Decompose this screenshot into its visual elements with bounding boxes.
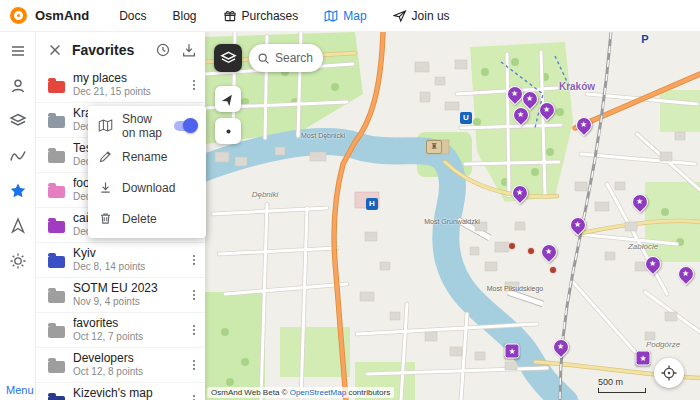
kebab-menu-icon[interactable]	[185, 76, 203, 94]
map-canvas[interactable]: Most DębnickiMost GrunwaldzkiMost Piłsud…	[205, 32, 700, 400]
favorite-group-row[interactable]: my places Dec 21, 15 points	[36, 68, 205, 103]
nav-purchases[interactable]: Purchases	[223, 9, 299, 23]
folder-icon	[48, 361, 65, 373]
map-marker[interactable]: ★	[505, 344, 520, 359]
kebab-menu-icon[interactable]	[185, 356, 203, 374]
marker-glyph: ★	[580, 121, 587, 129]
group-texts: Kizevich's map Oct 10, 20 points	[73, 387, 177, 400]
attribution-suffix: contributors	[346, 388, 390, 397]
marker-glyph: ★	[516, 189, 523, 197]
marker-glyph: ★	[639, 354, 646, 362]
scale-label: 500 m	[598, 377, 646, 387]
group-date: Nov 9, 4 points	[73, 296, 177, 308]
send-icon	[393, 9, 407, 23]
marker-glyph: ★	[682, 270, 689, 278]
group-texts: Developers Oct 12, 8 points	[73, 352, 177, 377]
map-layers-button[interactable]	[214, 44, 242, 72]
map-marker[interactable]: ★	[636, 351, 651, 366]
folder-icon	[48, 116, 65, 128]
ctx-rename[interactable]: Rename	[88, 141, 206, 172]
marker-glyph: ★	[508, 347, 515, 355]
marker-glyph: ★	[574, 221, 581, 229]
kebab-menu-icon[interactable]	[185, 286, 203, 304]
marker-glyph: ★	[545, 248, 552, 256]
marker-glyph: ★	[543, 106, 550, 114]
show-on-map-icon	[98, 118, 113, 133]
folder-icon	[48, 186, 65, 198]
favorite-group-row[interactable]: Kizevich's map Oct 10, 20 points	[36, 383, 205, 400]
ctx-show-on-map[interactable]: Show on map	[88, 110, 206, 141]
map-marker[interactable]: H	[366, 198, 378, 210]
history-icon[interactable]	[154, 42, 171, 59]
group-name: Developers	[73, 352, 177, 366]
ctx-download-label: Download	[122, 181, 175, 195]
map-marker[interactable]: ♜	[426, 140, 442, 154]
ctx-delete[interactable]: Delete	[88, 203, 206, 234]
group-texts: my places Dec 21, 15 points	[73, 72, 177, 97]
osmand-logo-icon	[10, 7, 27, 24]
locate-me-button[interactable]	[654, 358, 684, 388]
layers-icon[interactable]	[7, 110, 29, 132]
map-marker[interactable]: P	[641, 34, 648, 45]
map-position-button[interactable]	[215, 118, 241, 144]
map-marker[interactable]: U	[460, 112, 472, 124]
search-icon	[257, 52, 270, 65]
favorite-group-row[interactable]: Kyiv Dec 8, 14 points	[36, 243, 205, 278]
brand-name: OsmAnd	[35, 8, 89, 23]
group-date: Dec 8, 14 points	[73, 261, 177, 273]
nav-blog[interactable]: Blog	[173, 9, 197, 23]
map-icon	[324, 9, 338, 23]
openstreetmap-link[interactable]: OpenStreetMap	[290, 388, 346, 397]
map-marker[interactable]	[508, 242, 516, 250]
account-icon[interactable]	[7, 75, 29, 97]
basemap	[205, 32, 700, 400]
favorite-group-row[interactable]: SOTM EU 2023 Nov 9, 4 points	[36, 278, 205, 313]
kebab-menu-icon[interactable]	[185, 251, 203, 269]
map-marker[interactable]	[549, 266, 557, 274]
kebab-menu-icon[interactable]	[185, 391, 203, 400]
folder-icon	[48, 291, 65, 303]
marker-glyph: ★	[557, 343, 564, 351]
map-marker[interactable]	[527, 247, 535, 255]
map-search-button[interactable]: Search	[249, 44, 323, 72]
navigation-icon[interactable]	[7, 215, 29, 237]
favorite-group-row[interactable]: Developers Oct 12, 8 points	[36, 348, 205, 383]
nav-docs[interactable]: Docs	[119, 9, 146, 23]
trash-icon	[98, 211, 113, 226]
group-texts: SOTM EU 2023 Nov 9, 4 points	[73, 282, 177, 307]
panel-title: Favorites	[72, 42, 145, 58]
menu-link[interactable]: Menu	[6, 384, 34, 396]
ctx-show-on-map-label: Show on map	[122, 112, 165, 140]
favorites-star-icon[interactable]	[7, 180, 29, 202]
map-attribution: OsmAnd Web Beta © OpenStreetMap contribu…	[207, 387, 394, 398]
favorite-group-row[interactable]: favorites Oct 12, 7 points	[36, 313, 205, 348]
marker-glyph: ★	[636, 198, 643, 206]
map-scale: 500 m	[598, 377, 646, 393]
attribution-prefix: OsmAnd Web Beta ©	[211, 388, 290, 397]
show-on-map-toggle[interactable]	[174, 121, 196, 131]
download-icon	[98, 180, 113, 195]
marker-glyph: ★	[517, 111, 524, 119]
ctx-rename-label: Rename	[122, 150, 167, 164]
map-navigate-button[interactable]	[215, 86, 241, 112]
scale-bar	[598, 388, 646, 393]
folder-icon	[48, 326, 65, 338]
tracks-icon[interactable]	[7, 145, 29, 167]
folder-icon	[48, 81, 65, 93]
kebab-menu-icon[interactable]	[185, 321, 203, 339]
search-label: Search	[275, 51, 313, 65]
group-name: Kizevich's map	[73, 387, 177, 400]
hamburger-menu-icon[interactable]	[7, 40, 29, 62]
import-icon[interactable]	[180, 42, 197, 59]
favorites-panel-header: Favorites	[36, 32, 205, 68]
nav-join-us[interactable]: Join us	[393, 9, 450, 23]
folder-icon	[48, 396, 65, 400]
group-name: SOTM EU 2023	[73, 282, 177, 296]
weather-icon[interactable]	[7, 250, 29, 272]
ctx-download[interactable]: Download	[88, 172, 206, 203]
group-date: Dec 21, 15 points	[73, 86, 177, 98]
nav-map[interactable]: Map	[324, 9, 366, 23]
group-texts: Kyiv Dec 8, 14 points	[73, 247, 177, 272]
close-icon[interactable]	[46, 42, 63, 59]
gift-icon	[223, 9, 237, 23]
